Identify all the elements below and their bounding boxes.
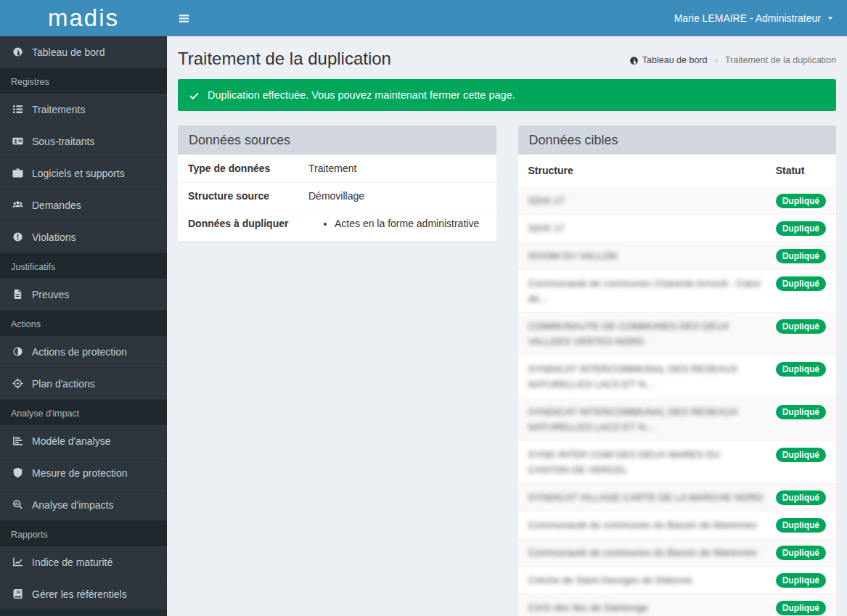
table-row: SDIS 17Dupliqué — [518, 187, 837, 215]
sidebar-item-label: Logiciels et supports — [32, 168, 125, 179]
structure-name: SYNDICAT INTERCOMMUNAL DES RESEAUX NATUR… — [528, 406, 738, 432]
status-badge: Dupliqué — [776, 405, 826, 419]
success-alert-text: Duplication effectuée. Vous pouvez maint… — [208, 89, 515, 101]
user-menu[interactable]: Marie LEMAIRE - Administrateur — [661, 0, 847, 36]
table-row: Crèche de Saint-Georges de DidonneDupliq… — [518, 567, 837, 594]
structure-name: Communauté de communes du Bassin de Mare… — [528, 520, 757, 530]
sidebar-item-tableau-de-bord[interactable]: Tableau de bord — [0, 36, 167, 68]
targets-table-body: SDIS 17DupliquéSDIS 17DupliquéSIVOM DU V… — [518, 187, 837, 616]
targets-table: Structure Statut SDIS 17DupliquéSDIS 17D… — [518, 155, 837, 616]
sources-panel: Données sources Type de donnéesTraitemen… — [178, 126, 496, 242]
status-badge: Dupliqué — [776, 601, 826, 615]
targets-table-header-row: Structure Statut — [518, 155, 837, 187]
sidebar-item-gerer-les-referentiels[interactable]: Gérer les référentiels — [0, 578, 167, 610]
sidebar-section-analyse-d-impact: Analyse d'impact — [0, 400, 167, 425]
sidebar: Tableau de bordRegistresTraitementsSous-… — [0, 36, 167, 616]
structure-name: CIAS des Iles de Saintonge — [528, 602, 648, 613]
table-row: Communauté de communes du Bassin de Mare… — [518, 512, 837, 539]
sidebar-item-label: Preuves — [32, 289, 69, 300]
table-row: SYNDICAT VILLAGE CARTE DE LA MARCHE NORD… — [518, 484, 837, 512]
status-badge: Dupliqué — [776, 362, 826, 377]
sidebar-item-preuves[interactable]: Preuves — [0, 279, 167, 311]
table-row: COMMUNAUTE DE COMMUNES DES DEUX VALLEES … — [518, 313, 837, 356]
sidebar-item-violations[interactable]: Violations — [0, 221, 167, 253]
status-badge: Dupliqué — [776, 194, 826, 208]
table-row: Structure sourceDémovillage — [178, 183, 496, 210]
sidebar-section-registres: Registres — [0, 68, 167, 94]
column-header-statut: Statut — [770, 155, 836, 187]
sidebar-item-traitements[interactable]: Traitements — [0, 94, 167, 126]
sidebar-item-modele-d-analyse[interactable]: Modèle d'analyse — [0, 425, 167, 457]
navbar: Marie LEMAIRE - Administrateur — [167, 0, 847, 36]
content-area: Traitement de la duplication Tableau de … — [167, 36, 847, 616]
structure-name: SDIS 17 — [528, 195, 565, 206]
dashboard-icon — [11, 46, 24, 57]
structure-name: SYNDICAT INTERCOMMUNAL DES RESEAUX NATUR… — [528, 364, 738, 390]
status-badge: Dupliqué — [776, 249, 826, 263]
sidebar-item-label: Traitements — [32, 104, 85, 115]
sidebar-item-label: Demandes — [32, 200, 81, 211]
structure-name: SYND INTER COM DES DEUX MARES DU CANTON … — [528, 449, 721, 475]
sidebar-item-label: Actions de protection — [32, 346, 127, 358]
briefcase-icon — [11, 168, 24, 178]
table-row: SDIS 17Dupliqué — [518, 215, 837, 242]
sidebar-item-label: Analyse d'impacts — [32, 499, 113, 511]
structure-name: Crèche de Saint-Georges de Didonne — [528, 575, 692, 586]
app-logo[interactable]: madis — [0, 0, 167, 36]
sidebar-item-actions-de-protection[interactable]: Actions de protection — [0, 336, 167, 368]
sidebar-item-indice-de-maturite[interactable]: Indice de maturité — [0, 546, 167, 578]
status-badge: Dupliqué — [776, 518, 826, 533]
line-chart-icon — [11, 557, 24, 567]
structure-name: COMMUNAUTE DE COMMUNES DES DEUX VALLEES … — [528, 321, 730, 347]
breadcrumb-current: Traitement de la duplication — [725, 55, 836, 65]
sources-panel-title: Données sources — [178, 126, 496, 155]
book-icon — [11, 588, 24, 599]
breadcrumb: Tableau de bord > Traitement de la dupli… — [629, 55, 836, 65]
table-row: SIVOM DU VALLONDupliqué — [518, 242, 837, 270]
sidebar-item-analyse-d-impacts[interactable]: Analyse d'impacts — [0, 489, 167, 521]
table-row: SYNDICAT INTERCOMMUNAL DES RESEAUX NATUR… — [518, 356, 837, 398]
status-badge: Dupliqué — [776, 221, 826, 236]
sidebar-item-label: Gérer les référentiels — [32, 588, 127, 600]
sidebar-section-actions: Actions — [0, 311, 167, 336]
top-navbar: madis Marie LEMAIRE - Administrateur — [0, 0, 847, 36]
chart-bar-icon — [11, 435, 24, 446]
user-menu-label: Marie LEMAIRE - Administrateur — [674, 12, 821, 24]
sidebar-item-label: Modèle d'analyse — [32, 435, 111, 447]
sidebar-item-label: Indice de maturité — [32, 557, 112, 568]
targets-panel: Données cibles Structure Statut SDIS 17D… — [518, 126, 837, 616]
crosshair-icon — [11, 378, 24, 389]
shield-icon — [11, 467, 24, 478]
status-badge: Dupliqué — [776, 573, 826, 588]
sidebar-toggle-button[interactable] — [167, 0, 200, 36]
breadcrumb-separator: > — [713, 56, 718, 65]
sidebar-item-plan-d-actions[interactable]: Plan d'actions — [0, 368, 167, 400]
sidebar-item-label: Mesure de protection — [32, 467, 128, 479]
targets-panel-title: Données cibles — [518, 126, 837, 155]
list-icon — [11, 104, 24, 115]
success-alert: Duplication effectuée. Vous pouvez maint… — [178, 79, 836, 111]
sidebar-item-label: Sous-traitants — [32, 136, 94, 147]
sidebar-item-mesure-de-protection[interactable]: Mesure de protection — [0, 457, 167, 489]
sidebar-item-label: Tableau de bord — [32, 46, 105, 58]
caret-down-icon — [827, 15, 834, 22]
column-header-structure: Structure — [518, 155, 770, 187]
row-value: Démovillage — [303, 183, 496, 210]
row-label: Type de données — [178, 155, 303, 183]
status-badge: Dupliqué — [776, 448, 826, 462]
id-card-icon — [11, 136, 24, 147]
sidebar-item-demandes[interactable]: Demandes — [0, 189, 167, 221]
check-icon — [189, 90, 200, 101]
panels-row: Données sources Type de donnéesTraitemen… — [167, 126, 847, 616]
sidebar-item-sous-traitants[interactable]: Sous-traitants — [0, 126, 167, 157]
sidebar-item-logiciels-et-supports[interactable]: Logiciels et supports — [0, 157, 167, 189]
sources-table: Type de donnéesTraitementStructure sourc… — [178, 155, 496, 242]
search-chart-icon — [11, 499, 24, 510]
file-icon — [11, 289, 24, 300]
row-label: Données à dupliquer — [178, 210, 303, 242]
sidebar-item-label: Plan d'actions — [32, 378, 95, 390]
table-row: Données à dupliquerActes en la forme adm… — [178, 210, 496, 242]
content-header: Traitement de la duplication Tableau de … — [167, 36, 847, 70]
breadcrumb-home-link[interactable]: Tableau de bord — [629, 55, 708, 65]
sidebar-menu: Tableau de bordRegistresTraitementsSous-… — [0, 36, 167, 610]
